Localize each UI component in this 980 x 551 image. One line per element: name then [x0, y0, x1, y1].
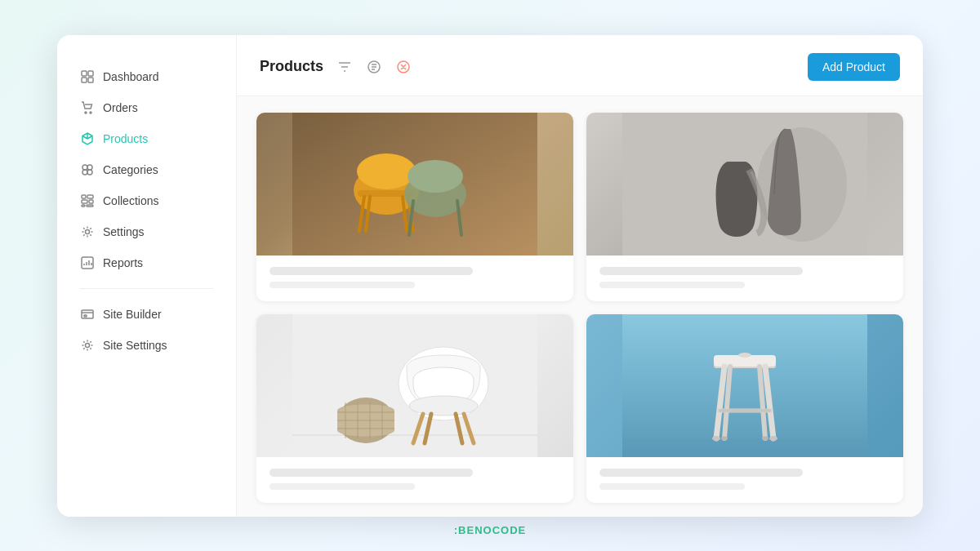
svg-point-8 — [82, 170, 87, 175]
product-image-1 — [256, 113, 573, 256]
site-settings-icon — [80, 338, 95, 353]
orders-icon — [80, 100, 95, 115]
sidebar-item-dashboard[interactable]: Dashboard — [57, 61, 236, 92]
add-product-button[interactable]: Add Product — [808, 53, 900, 81]
product-image-2 — [586, 113, 903, 256]
product-detail-bar-1 — [270, 282, 415, 288]
main-content: Products — [237, 35, 923, 517]
product-card-4[interactable] — [586, 314, 903, 503]
product-card-1[interactable] — [256, 113, 573, 301]
app-container: Dashboard Orders — [57, 35, 923, 517]
sort-button[interactable] — [363, 56, 385, 78]
clear-button[interactable] — [392, 56, 415, 78]
svg-rect-0 — [82, 71, 87, 76]
product-info-1 — [256, 256, 573, 301]
close-icon — [396, 60, 411, 74]
product-detail-bar-4 — [599, 483, 745, 490]
sidebar-label-orders: Orders — [103, 101, 138, 114]
product-name-bar-4 — [599, 469, 803, 477]
sidebar-label-reports: Reports — [103, 256, 143, 269]
sidebar-item-orders[interactable]: Orders — [57, 92, 236, 123]
header-icons — [333, 56, 415, 78]
sidebar-item-collections[interactable]: Collections — [57, 185, 236, 216]
svg-point-20 — [86, 343, 90, 347]
filter-button[interactable] — [333, 56, 356, 78]
svg-point-6 — [82, 165, 87, 170]
product-detail-bar-2 — [599, 282, 745, 288]
sidebar-label-products: Products — [103, 132, 148, 145]
brand-name: BENOCODE — [458, 524, 526, 536]
filter-icon — [338, 60, 351, 73]
product-info-3 — [256, 457, 573, 503]
sidebar-item-reports[interactable]: Reports — [57, 247, 236, 278]
svg-point-68 — [769, 436, 777, 441]
product-info-2 — [586, 256, 903, 301]
svg-point-70 — [762, 436, 768, 440]
svg-rect-11 — [87, 195, 93, 198]
svg-point-67 — [712, 436, 720, 441]
sort-icon — [367, 60, 381, 74]
product-detail-bar-3 — [270, 483, 415, 490]
svg-point-7 — [87, 165, 92, 170]
nav-divider — [80, 288, 213, 289]
sidebar-item-site-settings[interactable]: Site Settings — [57, 330, 236, 361]
svg-rect-14 — [82, 205, 85, 207]
svg-point-4 — [85, 112, 87, 113]
settings-icon — [80, 224, 95, 239]
product-image-3 — [256, 314, 573, 457]
svg-rect-12 — [82, 200, 87, 203]
site-builder-icon — [80, 307, 95, 322]
svg-point-41 — [409, 396, 478, 415]
product-card-3[interactable] — [256, 314, 573, 503]
product-image-4 — [586, 314, 903, 457]
svg-point-5 — [90, 112, 91, 113]
sidebar-label-collections: Collections — [103, 194, 158, 207]
products-grid — [256, 113, 903, 503]
dashboard-icon — [80, 69, 95, 84]
svg-rect-19 — [84, 315, 87, 317]
sidebar-label-site-builder: Site Builder — [103, 308, 162, 321]
svg-point-60 — [738, 353, 751, 358]
products-icon — [80, 131, 95, 146]
svg-rect-18 — [82, 310, 93, 318]
categories-icon — [80, 162, 95, 177]
sidebar-label-categories: Categories — [103, 163, 158, 176]
sidebar-item-settings[interactable]: Settings — [57, 216, 236, 247]
outer-wrapper: Dashboard Orders — [0, 0, 980, 551]
product-info-4 — [586, 457, 903, 503]
svg-rect-2 — [82, 78, 87, 82]
svg-point-33 — [408, 160, 463, 193]
product-name-bar-3 — [270, 469, 473, 477]
product-card-2[interactable] — [586, 113, 903, 301]
collections-icon — [80, 193, 95, 208]
nav-section: Dashboard Orders — [57, 61, 236, 497]
svg-rect-3 — [88, 78, 93, 82]
sidebar-label-dashboard: Dashboard — [103, 70, 159, 83]
page-title: Products — [260, 58, 323, 75]
products-grid-wrapper — [237, 96, 923, 517]
svg-point-16 — [86, 229, 90, 233]
sidebar-item-categories[interactable]: Categories — [57, 154, 236, 185]
sidebar-item-products[interactable]: Products — [57, 123, 236, 154]
svg-rect-55 — [622, 314, 867, 457]
sidebar-item-site-builder[interactable]: Site Builder — [57, 299, 236, 330]
svg-point-9 — [87, 170, 92, 175]
svg-rect-1 — [88, 71, 93, 76]
sidebar-label-settings: Settings — [103, 225, 145, 238]
product-name-bar-1 — [270, 267, 473, 275]
sidebar-label-site-settings: Site Settings — [103, 339, 167, 352]
sidebar: Dashboard Orders — [57, 35, 237, 517]
svg-rect-10 — [82, 195, 86, 198]
footer-brand: :BENOCODE — [454, 524, 526, 536]
svg-rect-15 — [87, 205, 93, 207]
svg-point-27 — [357, 153, 416, 189]
reports-icon — [80, 256, 95, 270]
content-header: Products — [237, 35, 923, 96]
svg-rect-13 — [89, 200, 93, 203]
product-name-bar-2 — [599, 267, 803, 275]
header-left: Products — [260, 56, 415, 78]
svg-point-69 — [721, 436, 728, 440]
svg-rect-56 — [622, 438, 867, 457]
